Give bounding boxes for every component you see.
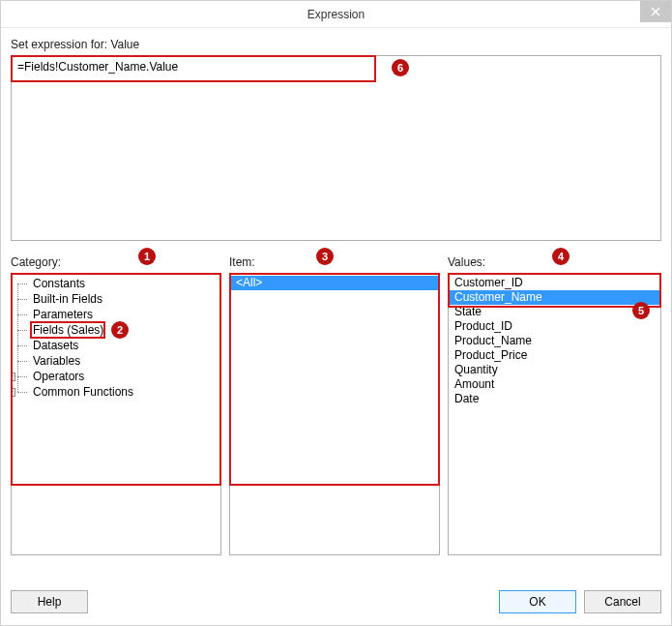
tree-node-label: Parameters: [31, 308, 95, 321]
category-tree-item[interactable]: Constants: [17, 276, 220, 291]
category-tree-item[interactable]: Fields (Sales): [17, 322, 220, 338]
category-tree-item[interactable]: +Operators: [17, 369, 220, 384]
category-tree-item[interactable]: Datasets: [17, 338, 220, 353]
category-tree[interactable]: ConstantsBuilt-in FieldsParametersFields…: [11, 273, 221, 555]
item-list[interactable]: <All>: [229, 273, 440, 555]
values-label: Values:: [448, 255, 661, 269]
item-label: Item:: [229, 255, 440, 269]
category-tree-item[interactable]: Built-in Fields: [17, 291, 220, 307]
tree-node-label: Variables: [31, 354, 82, 368]
tree-node-label: Datasets: [31, 339, 80, 352]
help-button[interactable]: Help: [11, 590, 88, 613]
close-icon: [651, 7, 660, 16]
close-button[interactable]: [640, 1, 671, 22]
expression-input[interactable]: [11, 55, 661, 241]
category-tree-item[interactable]: +Common Functions: [17, 384, 220, 400]
tree-node-label: Built-in Fields: [31, 292, 104, 306]
tree-node-label: Fields (Sales): [31, 323, 105, 337]
window-title: Expression: [307, 8, 365, 21]
cancel-button[interactable]: Cancel: [584, 590, 661, 613]
values-list[interactable]: Customer_IDCustomer_NameStateProduct_IDP…: [448, 273, 661, 555]
values-list-row[interactable]: Product_ID: [449, 319, 660, 334]
values-list-row[interactable]: Product_Name: [449, 334, 660, 348]
category-tree-item[interactable]: Parameters: [17, 307, 220, 322]
tree-expander-icon[interactable]: +: [11, 373, 15, 381]
values-list-row[interactable]: Amount: [449, 377, 660, 392]
values-list-row[interactable]: Date: [449, 392, 660, 406]
values-list-row[interactable]: Quantity: [449, 363, 660, 377]
category-label: Category:: [11, 255, 221, 269]
expression-dialog: Expression Set expression for: Value 6 C…: [0, 0, 672, 626]
tree-expander-icon[interactable]: +: [11, 388, 15, 397]
titlebar: Expression: [1, 1, 671, 28]
values-list-row[interactable]: Customer_Name: [449, 290, 660, 305]
tree-node-label: Common Functions: [31, 385, 135, 399]
expression-for-label: Set expression for: Value: [11, 38, 661, 51]
item-list-row[interactable]: <All>: [230, 276, 439, 290]
tree-node-label: Operators: [31, 370, 86, 383]
ok-button[interactable]: OK: [499, 590, 576, 613]
dialog-footer: Help OK Cancel: [1, 579, 671, 625]
tree-node-label: Constants: [31, 277, 87, 290]
values-list-row[interactable]: Customer_ID: [449, 276, 660, 290]
values-list-row[interactable]: State: [449, 305, 660, 319]
values-list-row[interactable]: Product_Price: [449, 348, 660, 363]
category-tree-item[interactable]: Variables: [17, 353, 220, 369]
